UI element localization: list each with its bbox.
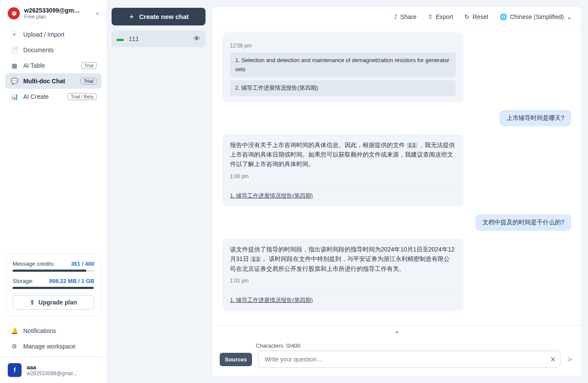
- credits-value: 361 / 400: [71, 261, 94, 267]
- nav-label: Documents: [23, 47, 54, 53]
- nav-label: Upload / Import: [23, 31, 65, 38]
- chevron-down-icon: ⌄: [567, 13, 572, 20]
- language-label: Chinese (Simplified): [510, 13, 564, 20]
- reference-chip[interactable]: 1.1: [250, 256, 261, 262]
- new-chat-button[interactable]: ＋ Create new chat: [112, 8, 205, 25]
- question-input[interactable]: [263, 351, 550, 367]
- chat-title: 111: [129, 35, 188, 42]
- export-icon: ⇧: [428, 13, 433, 20]
- nav-label: Manage workspace: [23, 343, 75, 350]
- nav-label: AI Create: [23, 93, 49, 100]
- nav-label: Notifications: [23, 327, 56, 334]
- nav-badge: Trial: [81, 78, 96, 85]
- sidebar-item-documents[interactable]: 📄Documents: [5, 42, 102, 58]
- msg-text: 。该时间段在文件中特别提到，与平安证券为浙江永利精密制造有限公司在北京证券交易所…: [230, 255, 450, 272]
- upload-icon: ＋: [10, 31, 18, 38]
- main-panel: ⤴ Share ⇧ Export ↻ Reset 🌐 Chinese (Simp…: [212, 6, 582, 377]
- chevron-updown-icon: ⇅: [96, 11, 99, 16]
- table-icon: ▦: [10, 62, 18, 69]
- nav-badge: Trial: [81, 62, 96, 69]
- expand-composer-button[interactable]: ⌃: [220, 328, 574, 340]
- send-button[interactable]: ➤: [566, 354, 574, 364]
- reset-button[interactable]: ↻ Reset: [464, 13, 488, 20]
- chat-bubble-icon: ▬: [117, 35, 124, 43]
- upgrade-button[interactable]: ⇪ Upgrade plan: [12, 295, 94, 310]
- user-name: aaa: [27, 364, 77, 370]
- app-logo-icon: [8, 7, 20, 19]
- storage-label: Storage:: [12, 278, 34, 284]
- credits-bar: [12, 270, 94, 272]
- share-button[interactable]: ⤴ Share: [394, 13, 416, 20]
- messages-area[interactable]: 12:56 pm1. Selection and detection and m…: [212, 27, 582, 325]
- user-footer[interactable]: f aaa w262533099@gmai...: [0, 357, 107, 383]
- workspace-email: w262533099@gm…: [24, 7, 91, 14]
- ai-message: 该文件提供了指导的时间段，指出该时间段的指导时间为2024年10月1日至2024…: [222, 239, 464, 311]
- sidebar-nav: ＋Upload / Import📄Documents▦AI TableTrial…: [0, 24, 107, 107]
- sidebar-item-manage-workspace[interactable]: ⚙Manage workspace: [5, 339, 102, 354]
- doc-item[interactable]: 1. Selection and detection and maintenan…: [230, 53, 456, 78]
- workspace-switcher[interactable]: w262533099@gm… Free plan ⇅: [0, 0, 107, 24]
- msg-text: 报告中没有关于上市咨询时间的具体信息。因此，根据提供的文件: [230, 141, 407, 148]
- export-button[interactable]: ⇧ Export: [428, 13, 453, 20]
- credits-label: Message credits:: [12, 261, 55, 267]
- sources-button[interactable]: Sources: [220, 353, 252, 366]
- sidebar-item-upload-import[interactable]: ＋Upload / Import: [5, 27, 102, 42]
- chat-list-item[interactable]: ▬111👁: [112, 31, 205, 47]
- plus-icon: ＋: [128, 13, 135, 21]
- new-chat-label: Create new chat: [139, 13, 189, 20]
- share-label: Share: [400, 13, 416, 20]
- doc-list: 1. Selection and detection and maintenan…: [230, 53, 456, 96]
- language-selector[interactable]: 🌐 Chinese (Simplified) ⌄: [500, 13, 572, 20]
- globe-icon: 🌐: [500, 13, 507, 20]
- chat-list-panel: ＋ Create new chat ▬111👁: [107, 0, 210, 383]
- workspace-plan: Free plan: [24, 14, 91, 20]
- sidebar-item-ai-table[interactable]: ▦AI TableTrial: [5, 58, 102, 73]
- source-link[interactable]: 1. 辅导工作进展情况报告(第四期): [230, 187, 456, 201]
- upload-icon: ⇪: [30, 299, 35, 306]
- ai-message: 12:56 pm1. Selection and detection and m…: [222, 32, 464, 102]
- source-link[interactable]: 1. 辅导工作进展情况报告(第四期): [230, 291, 456, 305]
- topbar: ⤴ Share ⇧ Export ↻ Reset 🌐 Chinese (Simp…: [212, 6, 582, 27]
- storage-bar: [12, 287, 94, 289]
- char-counter: Characters: 0/400: [256, 342, 574, 349]
- bell-icon: 🔔: [10, 327, 18, 335]
- clear-input-button[interactable]: ✕: [550, 355, 556, 364]
- msg-time: 1:01 pm: [230, 277, 456, 285]
- usage-card: Message credits: 361 / 400 Storage: 998.…: [6, 254, 101, 316]
- share-icon: ⤴: [394, 13, 397, 20]
- docs-icon: 📄: [10, 46, 18, 54]
- upgrade-label: Upgrade plan: [38, 299, 77, 306]
- sidebar-bottom-nav: 🔔Notifications⚙Manage workspace: [0, 320, 107, 357]
- reference-chip[interactable]: 1.1: [407, 142, 417, 148]
- gear-icon: ⚙: [10, 342, 18, 350]
- input-wrapper: ✕: [258, 351, 560, 368]
- msg-time: 12:56 pm: [230, 42, 456, 50]
- create-icon: 📊: [10, 93, 18, 100]
- user-avatar: f: [8, 363, 22, 377]
- user-message: 文档中提及的时间是干什么的?: [476, 214, 571, 231]
- reset-label: Reset: [473, 13, 488, 20]
- nav-badge: Trial / Beta: [68, 93, 96, 100]
- user-email: w262533099@gmai...: [27, 370, 77, 377]
- export-label: Export: [436, 13, 453, 20]
- nav-label: AI Table: [23, 62, 45, 69]
- eye-icon: 👁: [193, 35, 200, 43]
- composer: ⌃ Characters: 0/400 Sources ✕ ➤: [212, 325, 582, 377]
- msg-time: 1:00 pm: [230, 173, 456, 181]
- doc-item[interactable]: 2. 辅导工作进展情况报告(第四期): [230, 80, 456, 96]
- sidebar-item-ai-create[interactable]: 📊AI CreateTrial / Beta: [5, 89, 102, 104]
- refresh-icon: ↻: [464, 13, 470, 20]
- sidebar: w262533099@gm… Free plan ⇅ ＋Upload / Imp…: [0, 0, 107, 383]
- user-message: 上市辅导时间是哪天?: [500, 110, 571, 126]
- ai-message: 报告中没有关于上市咨询时间的具体信息。因此，根据提供的文件 1.1 ，我无法提供…: [222, 134, 464, 207]
- nav-label: Multi-doc Chat: [23, 78, 65, 85]
- chevron-up-icon: ⌃: [394, 330, 400, 338]
- sidebar-item-notifications[interactable]: 🔔Notifications: [5, 323, 102, 339]
- chat-icon: 💬: [10, 77, 18, 85]
- sidebar-item-multi-doc-chat[interactable]: 💬Multi-doc ChatTrial: [5, 73, 102, 89]
- storage-value: 998.22 MB / 1 GB: [49, 278, 94, 284]
